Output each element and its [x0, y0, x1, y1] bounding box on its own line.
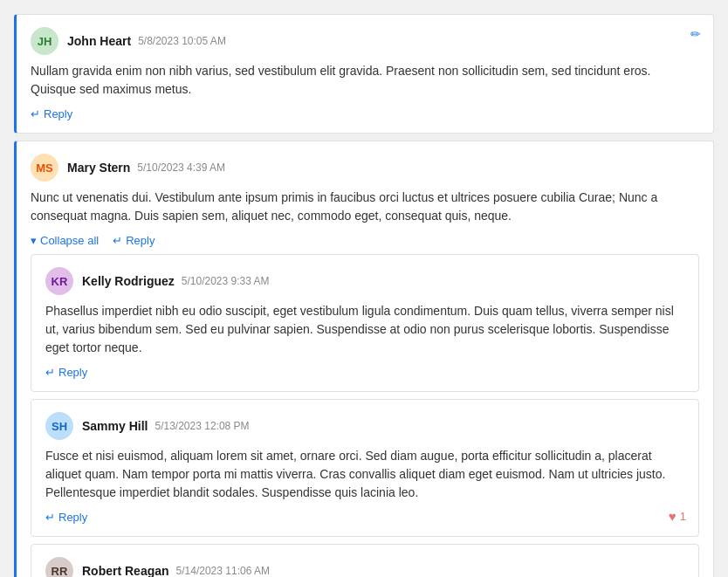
comment-actions: ↵ Reply: [45, 366, 684, 379]
like-count: 1: [680, 510, 686, 523]
author-name: Kelly Rodriguez: [82, 274, 175, 288]
reply-arrow-icon: ↵: [45, 366, 55, 379]
comment-date: 5/10/2023 9:33 AM: [182, 275, 270, 287]
avatar-initials: SH: [52, 420, 67, 433]
replies-section: KR Kelly Rodriguez 5/10/2023 9:33 AM Pha…: [31, 254, 699, 577]
avatar-initials: KR: [52, 275, 68, 288]
comment-actions: ▾ Collapse all ↵ Reply: [31, 234, 699, 247]
comment-header: RR Robert Reagan 5/14/2023 11:06 AM: [45, 557, 684, 577]
avatar-initials: JH: [38, 35, 52, 48]
comment-header: KR Kelly Rodriguez 5/10/2023 9:33 AM: [45, 267, 684, 295]
reply-label: Reply: [58, 511, 87, 524]
comment-body: Nunc ut venenatis dui. Vestibulum ante i…: [31, 189, 699, 225]
comment-date: 5/14/2023 11:06 AM: [176, 565, 270, 577]
avatar-initials: MS: [36, 161, 53, 175]
comment-actions: ↵ Reply: [45, 511, 684, 524]
comment-body: Fusce et nisi euismod, aliquam lorem sit…: [45, 447, 684, 502]
nested-comment: RR Robert Reagan 5/14/2023 11:06 AM Done…: [31, 544, 699, 577]
collapse-label: Collapse all: [40, 234, 99, 247]
comments-container: JH John Heart 5/8/2023 10:05 AM ✏ Nullam…: [14, 14, 714, 577]
author-name: Sammy Hill: [82, 419, 148, 433]
reply-arrow-icon: ↵: [45, 511, 55, 524]
edit-icon[interactable]: ✏: [690, 27, 701, 41]
reply-label: Reply: [126, 234, 155, 247]
reply-label: Reply: [58, 366, 87, 379]
comment-body: Nullam gravida enim non nibh varius, sed…: [31, 62, 699, 99]
comment-body: Phasellus imperdiet nibh eu odio suscipi…: [45, 302, 684, 357]
reply-button[interactable]: ↵ Reply: [31, 107, 72, 120]
comment-actions: ↵ Reply: [31, 107, 699, 120]
comment-card: JH John Heart 5/8/2023 10:05 AM ✏ Nullam…: [14, 14, 714, 134]
avatar: MS: [31, 154, 58, 182]
avatar-initials: RR: [52, 565, 68, 578]
comment-header: JH John Heart 5/8/2023 10:05 AM: [31, 27, 699, 55]
comment-header: SH Sammy Hill 5/13/2023 12:08 PM: [45, 412, 684, 440]
reply-button[interactable]: ↵ Reply: [113, 234, 155, 247]
comment-date: 5/13/2023 12:08 PM: [155, 420, 249, 432]
reply-button[interactable]: ↵ Reply: [45, 511, 87, 524]
avatar: KR: [45, 267, 73, 295]
author-name: Mary Stern: [67, 161, 130, 175]
reply-arrow-icon: ↵: [31, 107, 40, 120]
avatar: JH: [31, 27, 58, 55]
collapse-arrow-icon: ▾: [31, 234, 37, 247]
reply-arrow-icon: ↵: [113, 234, 122, 247]
reply-label: Reply: [44, 107, 72, 120]
comment-date: 5/10/2023 4:39 AM: [137, 161, 225, 174]
author-name: Robert Reagan: [82, 564, 169, 577]
nested-comment: SH Sammy Hill 5/13/2023 12:08 PM Fusce e…: [31, 399, 699, 537]
avatar: RR: [45, 557, 73, 577]
comment-header: MS Mary Stern 5/10/2023 4:39 AM: [31, 154, 699, 182]
like-section: ♥ 1: [669, 509, 686, 524]
reply-button[interactable]: ↵ Reply: [45, 366, 87, 379]
comment-card: MS Mary Stern 5/10/2023 4:39 AM Nunc ut …: [14, 141, 714, 577]
collapse-button[interactable]: ▾ Collapse all: [31, 234, 99, 247]
author-name: John Heart: [67, 34, 131, 48]
comment-date: 5/8/2023 10:05 AM: [138, 35, 226, 47]
heart-icon: ♥: [669, 509, 676, 524]
avatar: SH: [45, 412, 73, 440]
nested-comment: KR Kelly Rodriguez 5/10/2023 9:33 AM Pha…: [31, 254, 699, 392]
